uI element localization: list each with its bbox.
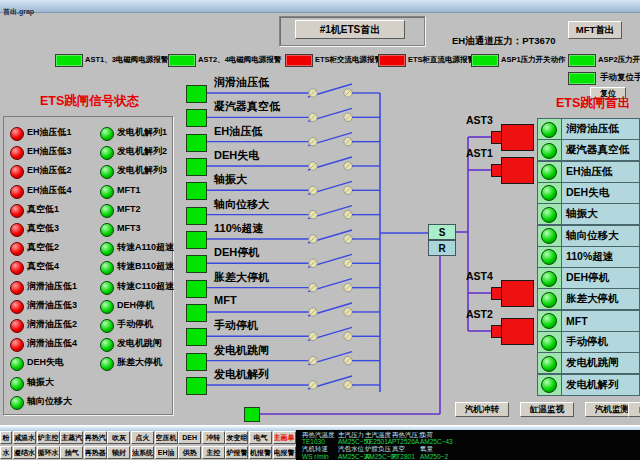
trip-input-label: 手动停机 [214,318,258,333]
first-out-label: 轴振大 [562,204,639,224]
trip-input-label: 凝汽器真空低 [214,99,280,114]
footer-button[interactable]: 汽机冲转 [455,402,509,417]
power-alarm-label: AST2、4电磁阀电源报警 [198,53,281,66]
status-panel: 再热汽温度TE1030汽机转速WS r/min主汽压力AM25C~50汽包水位A… [296,430,640,460]
trip-input-label: EH油压低 [214,124,262,139]
ast-valve-label: AST3 [466,114,493,126]
taskbar-button[interactable]: 点火 [131,431,154,444]
trip-signal-label: MFT2 [117,203,141,216]
taskbar-button[interactable]: 电气 [249,431,272,444]
first-out-label: MFT [562,311,639,331]
trip-input-label: 轴向位移大 [214,197,269,212]
taskbar-button[interactable]: 冲转 [202,431,225,444]
first-out-label: 胀差大停机 [562,289,639,309]
taskbar-button[interactable]: 机报警 [249,446,272,459]
first-out-dot [541,335,557,351]
ast-valve-label: AST4 [466,270,493,282]
status-value: WS r/min [302,453,335,460]
trip-signal-label: 转速B110超速 [117,260,174,273]
taskbar-button[interactable]: 油系统 [131,446,154,459]
trip-signal-dot [100,223,114,237]
trip-input-led [186,109,207,127]
trip-input-label: MFT [214,294,237,306]
trip-signal-label: MFT1 [117,184,141,197]
taskbar-button[interactable]: DEH [178,431,201,444]
trip-signal-label: 润滑油压低1 [27,280,77,293]
trip-input-led [186,158,207,176]
trip-signal-dot [10,185,24,199]
trip-input-led [186,182,207,200]
first-out-dot [541,292,557,308]
first-out-label: 手动停机 [562,332,639,352]
taskbar-button[interactable]: 吹灰 [107,431,130,444]
trip-input-label: 轴振大 [214,172,247,187]
trip-signal-label: DEH失电 [27,356,64,369]
taskbar-button[interactable]: 凝结水 [13,446,36,459]
sr-reset-cell: R [428,240,456,256]
first-out-row: DEH失电 [537,182,640,204]
trip-input-led [186,134,207,152]
taskbar-button[interactable]: 空压机 [155,431,178,444]
taskbar-button[interactable]: 主画单 [273,431,296,444]
trip-signal-label: 转速C110超速 [117,280,174,293]
first-out-row: EH油压低 [537,161,640,183]
footer-button[interactable]: 缸温监视 [520,402,574,417]
unit1-ets-first-out-button[interactable]: #1机ETS首出 [295,20,405,39]
left-panel-title: ETS跳闸信号状态 [40,93,139,110]
trip-signal-dot [10,300,24,314]
taskbar-button[interactable]: 抽气 [60,446,83,459]
taskbar-button[interactable]: 再热汽 [84,431,107,444]
taskbar-button[interactable]: EH油 [155,446,178,459]
taskbar-button[interactable]: 炉主控 [37,431,60,444]
trip-signal-dot [100,204,114,218]
first-out-led-cell [538,119,562,139]
first-out-label: EH油压低 [562,162,639,182]
power-alarm-label: AST1、3电磁阀电源报警 [85,53,168,66]
taskbar-button[interactable]: 发变组 [225,431,248,444]
taskbar-button[interactable]: 主控 [202,446,225,459]
first-out-dot [541,122,557,138]
trip-signal-label: 转速A110超速 [117,241,174,254]
taskbar-button[interactable]: 减温水 [13,431,36,444]
first-out-led-cell [538,204,562,224]
trip-input-label: 润滑油压低 [214,75,269,90]
first-out-row: 轴振大 [537,203,640,225]
taskbar-button[interactable]: 电报警 [273,446,296,459]
first-out-led-cell [538,289,562,309]
mft-first-out-button[interactable]: MFT首出 [568,21,622,39]
taskbar-button[interactable]: 粉 [0,431,12,444]
taskbar-button[interactable]: 水 [0,446,12,459]
first-out-row: 发电机解列 [537,374,640,396]
trip-input-led [186,353,207,371]
trip-signal-label: 轴振大 [27,376,54,389]
status-value: AM25C~43 [420,438,453,445]
taskbar-button[interactable]: 轴封 [107,446,130,459]
trip-signal-dot [100,319,114,333]
trip-signal-label: 真空低4 [27,260,59,273]
taskbar-button[interactable]: 主蒸汽 [60,431,83,444]
trip-input-led [186,207,207,225]
trip-signal-label: 真空低3 [27,222,59,235]
trip-signal-dot [10,223,24,237]
power-alarm-label: ETS柜直流电源报警 [408,53,475,66]
first-out-led-cell [538,353,562,373]
reset-signal-led [244,407,260,422]
taskbar-button[interactable]: 炉报警 [225,446,248,459]
footer-button[interactable]: DEH [628,402,640,417]
first-out-row: 轴向位移大 [537,225,640,247]
status-column: 再热汽温度TE1030汽机转速WS r/min [302,431,335,460]
taskbar-button[interactable]: 再热器 [84,446,107,459]
trip-signal-label: EH油压低4 [27,184,72,197]
power-alarm-label: ETS柜交流电源报警 [315,53,382,66]
ast-valve [501,157,534,184]
ast-valve [501,280,534,307]
trip-input-label: 110%超速 [214,221,264,236]
first-out-dot [541,271,557,287]
trip-signal-label: MFT3 [117,222,141,235]
taskbar-button[interactable]: 供热 [178,446,201,459]
first-out-label: 发电机解列 [562,375,639,395]
taskbar-button[interactable]: 循环水 [37,446,60,459]
trip-signal-dot [10,127,24,141]
first-out-label: DEH失电 [562,183,639,203]
trip-signal-dot [10,319,24,333]
